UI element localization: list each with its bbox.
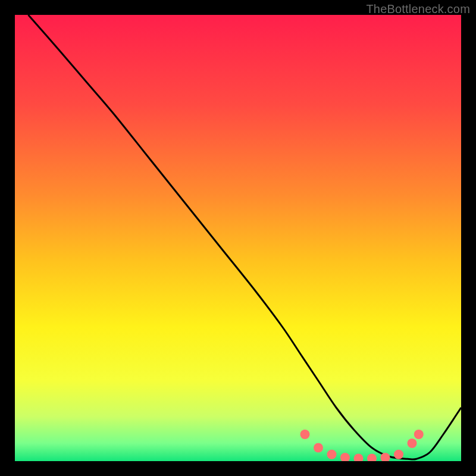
watermark-text: TheBottleneck.com xyxy=(366,2,470,16)
chart-frame: TheBottleneck.com xyxy=(0,0,476,476)
background-gradient xyxy=(15,15,461,461)
plot-area xyxy=(15,15,461,461)
svg-rect-0 xyxy=(15,15,461,461)
